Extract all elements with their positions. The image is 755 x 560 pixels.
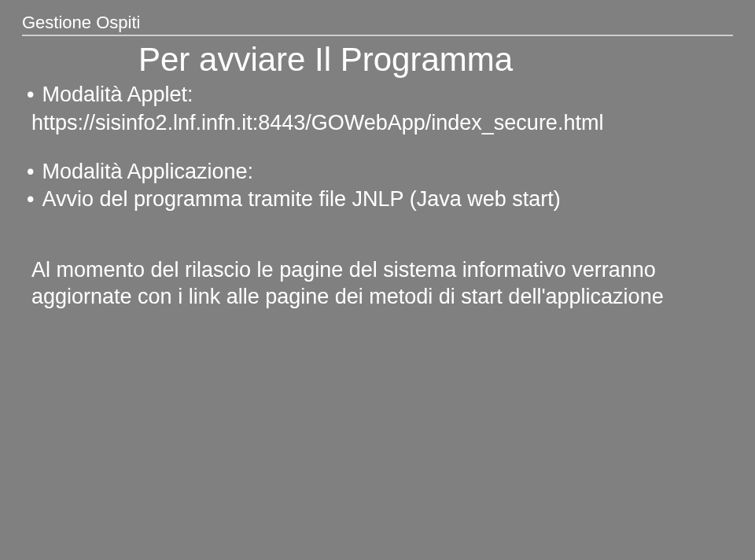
section-header: Gestione Ospiti (22, 13, 733, 36)
slide-title: Per avviare Il Programma (22, 41, 733, 79)
block-note: Al momento del rilascio le pagine del si… (22, 257, 733, 311)
bullet-label: Modalità Applicazione: (42, 159, 733, 186)
slide-container: Gestione Ospiti Per avviare Il Programma… (0, 0, 755, 560)
bullet-dot-icon: • (27, 159, 34, 186)
bullet-label: Avvio del programma tramite file JNLP (J… (42, 186, 733, 213)
bullet-dot-icon: • (27, 82, 34, 109)
bullet-avvio-jnlp: • Avvio del programma tramite file JNLP … (27, 186, 733, 213)
bullet-modalita-applicazione: • Modalità Applicazione: (27, 159, 733, 186)
bullet-label: Modalità Applet: (42, 82, 733, 109)
bullet-modalita-applet: • Modalità Applet: (27, 82, 733, 109)
bullet-dot-icon: • (27, 186, 34, 213)
note-text: Al momento del rilascio le pagine del si… (27, 257, 733, 311)
block-applet: • Modalità Applet: https://sisinfo2.lnf.… (22, 82, 733, 137)
block-applicazione: • Modalità Applicazione: • Avvio del pro… (22, 159, 733, 214)
applet-url-line: https://sisinfo2.lnf.infn.it:8443/GOWebA… (27, 110, 733, 137)
